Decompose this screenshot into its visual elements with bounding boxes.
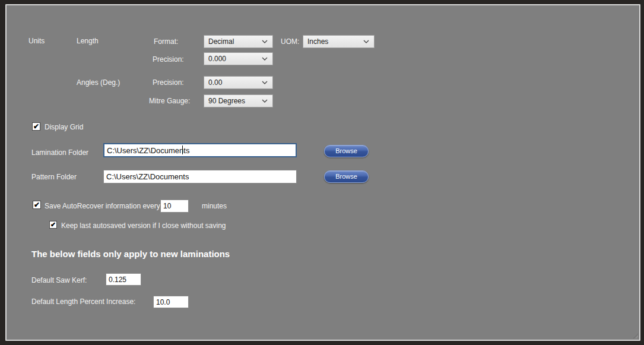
- format-dropdown-value: Decimal: [204, 37, 262, 46]
- length-percent-increase-label: Default Length Percent Increase:: [31, 297, 135, 306]
- display-grid-checkbox[interactable]: ✔: [32, 122, 40, 131]
- display-grid-label: Display Grid: [45, 123, 83, 131]
- chevron-down-icon: [262, 99, 268, 103]
- uom-dropdown-value: Inches: [303, 37, 363, 46]
- length-label: Length: [77, 37, 99, 45]
- settings-panel: Units Length Format: Decimal UOM: Inches…: [5, 4, 640, 341]
- length-percent-increase-input[interactable]: [153, 296, 189, 308]
- new-laminations-heading: The below fields only apply to new lamin…: [31, 249, 230, 259]
- keep-last-autosave-checkbox[interactable]: ✔: [49, 221, 57, 229]
- preferences-window: Units Length Format: Decimal UOM: Inches…: [0, 0, 644, 345]
- keep-last-autosave-label: Keep last autosaved version if I close w…: [61, 221, 226, 230]
- format-label: Format:: [154, 37, 178, 46]
- angles-precision-dropdown[interactable]: 0.00: [204, 76, 273, 89]
- chevron-down-icon: [262, 40, 268, 43]
- mitre-gauge-dropdown-value: 90 Degrees: [204, 97, 262, 105]
- autorecover-label: Save AutoRecover information every: [45, 202, 160, 210]
- autorecover-checkbox[interactable]: ✔: [33, 201, 41, 209]
- chevron-down-icon: [363, 40, 369, 43]
- saw-kerf-label: Default Saw Kerf:: [31, 276, 87, 284]
- check-icon: ✔: [50, 221, 56, 228]
- length-precision-dropdown[interactable]: 0.000: [204, 52, 273, 65]
- units-section-label: Units: [28, 37, 45, 45]
- pattern-folder-input[interactable]: [103, 170, 297, 183]
- mitre-gauge-label: Mitre Gauge:: [149, 97, 190, 105]
- minutes-label: minutes: [202, 202, 227, 210]
- pattern-browse-button[interactable]: Browse: [324, 170, 369, 183]
- angles-precision-dropdown-value: 0.00: [204, 78, 262, 87]
- check-icon: ✔: [33, 123, 39, 130]
- chevron-down-icon: [262, 57, 268, 61]
- lamination-folder-label: Lamination Folder: [31, 148, 88, 157]
- pattern-folder-label: Pattern Folder: [31, 173, 77, 181]
- lamination-browse-button[interactable]: Browse: [324, 145, 369, 157]
- uom-dropdown[interactable]: Inches: [303, 35, 375, 48]
- mitre-gauge-dropdown[interactable]: 90 Degrees: [204, 94, 273, 107]
- angles-label: Angles (Deg.): [77, 78, 120, 87]
- uom-label: UOM:: [281, 37, 299, 46]
- resize-grip-icon[interactable]: [632, 332, 639, 339]
- text-caret: [182, 145, 183, 154]
- length-precision-dropdown-value: 0.000: [204, 55, 262, 63]
- lamination-folder-input[interactable]: [103, 143, 297, 157]
- check-icon: ✔: [34, 201, 40, 208]
- saw-kerf-input[interactable]: [106, 273, 141, 286]
- length-precision-label: Precision:: [153, 55, 184, 64]
- format-dropdown[interactable]: Decimal: [204, 35, 273, 48]
- autorecover-interval-input[interactable]: [160, 200, 189, 213]
- angles-precision-label: Precision:: [153, 78, 184, 87]
- chevron-down-icon: [262, 81, 268, 84]
